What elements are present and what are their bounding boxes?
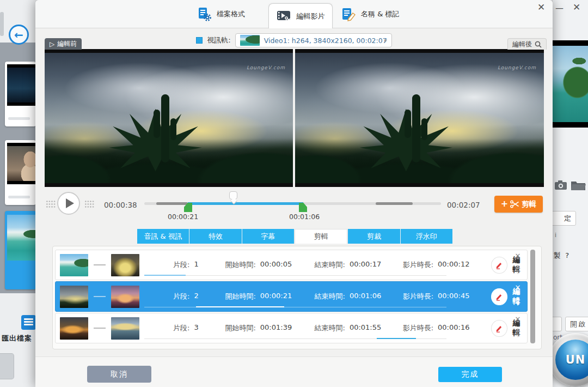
sidebar-scrollbar[interactable] [0,12,4,36]
move-up-icon[interactable]: △ [516,264,520,269]
remove-clip-icon[interactable]: ✕ [515,252,521,260]
remove-clip-icon[interactable]: ✕ [515,315,521,323]
back-button[interactable]: ← [9,25,29,45]
copy-text-fragment: 製 ? [554,251,570,261]
export-file-label: 匯出檔案 [2,334,40,343]
timeline-segment [376,202,413,205]
snapshot-icon[interactable] [554,180,567,192]
row-underline [144,275,446,276]
tab-file-format[interactable]: 檔案格式 [197,0,245,28]
start-label: 開始時間: [225,292,255,301]
clip-end-thumbnail [111,254,139,276]
row-accent-underline [196,306,284,307]
segment-value: 2 [194,292,198,301]
duration-label: 影片時長: [403,260,433,270]
start-value: 00:00:21 [260,292,292,301]
open-button[interactable]: 開啟 [565,317,588,331]
range-dash [94,296,106,297]
trim-end-handle[interactable] [299,203,307,212]
preview-after[interactable]: LoungeV.com [295,49,544,187]
duration-value: 00:00:16 [438,323,469,333]
export-file-icon[interactable] [21,315,36,330]
card-progress [8,196,30,198]
frame-step-forward-grid[interactable] [84,200,95,208]
cut-button[interactable]: + 剪輯 [494,196,543,213]
tab-label: 名稱 & 標記 [361,9,399,19]
play-icon [66,198,74,208]
edit-video-dialog: 檔案格式 編輯影片 名稱 & 標記 ✕ 視訊軌: Video1: h264, 3… [35,0,553,387]
clip-row-2-selected[interactable]: 片段:2 開始時間:00:00:21 結束時間:00:01:06 影片時長:00… [55,281,528,312]
dialog-close-icon[interactable]: ✕ [537,2,545,13]
track-value: Video1: h264, 3840x2160, 00:02:07 [264,37,387,45]
tab-edit-video[interactable]: 編輯影片 [268,3,333,28]
play-button[interactable] [57,192,80,215]
track-dropdown[interactable]: Video1: h264, 3840x2160, 00:02:07 ▾ [235,33,392,47]
pencil-icon [495,261,503,269]
pencil-icon [495,324,503,332]
clip-end-thumbnail [111,317,139,340]
video-card[interactable] [5,62,36,126]
clip-end-thumbnail [111,286,139,308]
tab-audio-video[interactable]: 音訊 & 視訊 [137,229,189,244]
minimize-icon[interactable]: — [555,3,564,13]
open-folder-icon[interactable] [571,180,586,193]
end-value: 00:01:55 [350,323,381,333]
move-down-icon[interactable]: ▽ [516,269,520,275]
scissors-icon [510,200,519,208]
move-down-icon[interactable]: ▼ [516,301,520,306]
done-button[interactable]: 完成 [438,367,502,382]
plus-icon: + [501,198,508,209]
window-close-icon[interactable]: ✕ [573,2,580,13]
video-frame: LoungeV.com [45,53,293,183]
move-up-icon[interactable]: △ [516,327,520,332]
clip-row-3[interactable]: 片段:3 開始時間:00:01:39 結束時間:00:01:55 影片時長:00… [55,313,528,343]
after-edit-tag[interactable]: 編輯後 [507,38,547,50]
row-accent-underline [377,338,416,339]
clip-start-thumbnail [60,317,88,340]
bottom-panel-fragment [0,353,14,379]
tab-subtitle[interactable]: 字幕 [242,229,294,244]
tab-name-tag[interactable]: 名稱 & 標記 [341,0,399,28]
before-edit-tag: ▷ 編輯前 [45,38,82,50]
tab-trim[interactable]: 剪輯 [295,229,347,244]
duration-label: 影片時長: [403,292,433,301]
preview-before[interactable]: LoungeV.com [45,49,293,187]
remove-clip-icon[interactable]: ✕ [515,283,521,292]
clip-start-thumbnail [60,286,88,308]
row-accent-underline [144,275,186,276]
clip-list-panel: 片段:1 開始時間:00:00:05 結束時間:00:00:17 影片時長:00… [52,246,542,349]
start-value: 00:00:05 [260,260,292,270]
range-dash [94,328,106,329]
playhead-handle[interactable] [229,191,237,199]
cancel-button[interactable]: 取消 [87,366,151,383]
end-value: 00:01:06 [350,292,381,301]
trim-start-time: 00:00:21 [168,213,206,221]
timeline-segment [156,202,188,205]
info-text-fragment: i [555,232,556,239]
move-down-icon[interactable]: ▽ [516,332,520,338]
track-label: 視訊軌: [207,35,230,45]
start-label: 開始時間: [225,260,255,270]
back-arrow-icon: ← [14,28,23,41]
video-card[interactable] [5,140,36,205]
video-card-selected[interactable] [5,211,36,289]
pencil-icon [495,293,503,301]
timeline-track[interactable] [144,202,441,205]
end-value: 00:00:17 [350,260,381,270]
clip-list-scrollbar[interactable] [530,250,535,343]
end-label: 結束時間: [315,292,345,301]
dialog-body: 視訊軌: Video1: h264, 3840x2160, 00:02:07 ▾… [35,29,553,387]
tab-label: 檔案格式 [217,9,245,19]
edit-video-icon [277,10,292,23]
segment-label: 片段: [173,260,189,270]
dropdown-arrow-icon: ▾ [384,37,387,44]
clip-row-1[interactable]: 片段:1 開始時間:00:00:05 結束時間:00:00:17 影片時長:00… [55,250,528,280]
segment-label: 片段: [173,292,189,301]
move-up-icon[interactable]: ▲ [516,295,520,301]
tab-crop[interactable]: 剪裁 [348,229,400,244]
tab-watermark[interactable]: 浮水印 [401,229,452,244]
tab-effects[interactable]: 特效 [189,229,241,244]
frame-step-back-grid[interactable] [46,200,56,208]
track-thumbnail [240,35,260,46]
name-tag-icon [341,8,356,21]
